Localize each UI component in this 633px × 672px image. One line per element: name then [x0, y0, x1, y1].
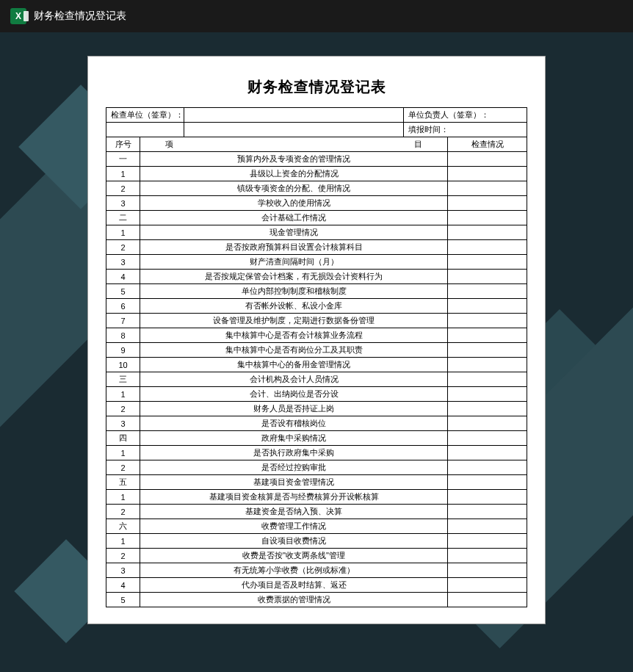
- row-seq: 2: [106, 181, 140, 196]
- table-row: 1县级以上资金的分配情况: [106, 167, 527, 181]
- row-seq: 2: [106, 505, 140, 519]
- row-status[interactable]: [448, 255, 527, 270]
- row-item: 是否按规定保管会计档案，有无损毁会计资料行为: [140, 270, 448, 284]
- table-row: 1会计、出纳岗位是否分设: [106, 387, 527, 402]
- row-status[interactable]: [448, 416, 527, 431]
- row-status[interactable]: [448, 196, 527, 211]
- row-status[interactable]: [448, 225, 527, 240]
- table-row: 五基建项目资金管理情况: [106, 475, 527, 490]
- row-seq: 3: [106, 563, 140, 578]
- row-seq: 五: [106, 475, 140, 490]
- row-item: 会计基础工作情况: [140, 211, 448, 225]
- table-row: 3是否设有稽核岗位: [106, 416, 527, 431]
- table-row: 5收费票据的管理情况: [106, 593, 527, 607]
- row-status[interactable]: [448, 358, 527, 372]
- row-seq: 1: [106, 534, 140, 549]
- registration-table: 检查单位（签章）： 单位负责人（签章）： 填报时间： 序号 项 目 检查情况 一…: [106, 107, 527, 607]
- table-row: 2财务人员是否持证上岗: [106, 402, 527, 416]
- row-seq: 三: [106, 372, 140, 387]
- row-seq: 3: [106, 196, 140, 211]
- row-status[interactable]: [448, 460, 527, 475]
- row-seq: 5: [106, 593, 140, 607]
- row-status[interactable]: [448, 578, 527, 593]
- row-status[interactable]: [448, 211, 527, 225]
- row-status[interactable]: [448, 314, 527, 328]
- table-row: 5单位内部控制制度和稽核制度: [106, 284, 527, 299]
- row-seq: 6: [106, 299, 140, 314]
- table-row: 2镇级专项资金的分配、使用情况: [106, 181, 527, 196]
- inspect-unit-value[interactable]: [184, 108, 404, 123]
- col-status-header: 检查情况: [448, 137, 527, 152]
- row-item: 会计、出纳岗位是否分设: [140, 387, 448, 402]
- row-status[interactable]: [448, 519, 527, 534]
- table-row: 1现金管理情况: [106, 225, 527, 240]
- unit-head-label: 单位负责人（签章）：: [404, 108, 527, 123]
- row-item: 镇级专项资金的分配、使用情况: [140, 181, 448, 196]
- row-item: 基建项目资金管理情况: [140, 475, 448, 490]
- row-seq: 4: [106, 270, 140, 284]
- row-item: 集中核算中心是否有岗位分工及其职责: [140, 343, 448, 358]
- row-status[interactable]: [448, 240, 527, 255]
- table-row: 8集中核算中心是否有会计核算业务流程: [106, 328, 527, 343]
- row-status[interactable]: [448, 534, 527, 549]
- row-status[interactable]: [448, 593, 527, 607]
- row-seq: 3: [106, 416, 140, 431]
- row-status[interactable]: [448, 343, 527, 358]
- table-row: 7设备管理及维护制度，定期进行数据备份管理: [106, 314, 527, 328]
- row-status[interactable]: [448, 270, 527, 284]
- blank-cell: [184, 123, 404, 137]
- table-row: 2是否按政府预算科目设置会计核算科目: [106, 240, 527, 255]
- row-item: 会计机构及会计人员情况: [140, 372, 448, 387]
- row-status[interactable]: [448, 431, 527, 446]
- row-seq: 2: [106, 402, 140, 416]
- row-seq: 1: [106, 446, 140, 460]
- table-row: 1自设项目收费情况: [106, 534, 527, 549]
- row-status[interactable]: [448, 549, 527, 563]
- row-seq: 一: [106, 152, 140, 167]
- window-title: 财务检查情况登记表: [34, 10, 126, 23]
- excel-icon: X: [10, 8, 26, 24]
- row-status[interactable]: [448, 475, 527, 490]
- table-row: 2是否经过控购审批: [106, 460, 527, 475]
- row-status[interactable]: [448, 181, 527, 196]
- row-item: 收费是否按"收支两条线"管理: [140, 549, 448, 563]
- table-row: 二会计基础工作情况: [106, 211, 527, 225]
- row-seq: 2: [106, 549, 140, 563]
- row-seq: 四: [106, 431, 140, 446]
- col-item-header: 项 目: [140, 137, 448, 152]
- row-seq: 1: [106, 225, 140, 240]
- header-row: 序号 项 目 检查情况: [106, 137, 527, 152]
- row-status[interactable]: [448, 490, 527, 505]
- row-item: 有无统筹小学收费（比例或标准）: [140, 563, 448, 578]
- info-row-1: 检查单位（签章）： 单位负责人（签章）：: [106, 108, 527, 123]
- row-item: 集中核算中心的备用金管理情况: [140, 358, 448, 372]
- inspect-unit-label: 检查单位（签章）：: [106, 108, 184, 123]
- row-status[interactable]: [448, 402, 527, 416]
- row-status[interactable]: [448, 284, 527, 299]
- row-status[interactable]: [448, 372, 527, 387]
- row-status[interactable]: [448, 328, 527, 343]
- window-titlebar: X 财务检查情况登记表: [0, 0, 633, 32]
- row-status[interactable]: [448, 299, 527, 314]
- row-status[interactable]: [448, 167, 527, 181]
- row-seq: 1: [106, 167, 140, 181]
- row-seq: 4: [106, 578, 140, 593]
- table-row: 10集中核算中心的备用金管理情况: [106, 358, 527, 372]
- row-item: 学校收入的使用情况: [140, 196, 448, 211]
- row-item: 单位内部控制制度和稽核制度: [140, 284, 448, 299]
- table-row: 1基建项目资金核算是否与经费核算分开设帐核算: [106, 490, 527, 505]
- row-item: 自设项目收费情况: [140, 534, 448, 549]
- table-row: 1是否执行政府集中采购: [106, 446, 527, 460]
- row-item: 收费管理工作情况: [140, 519, 448, 534]
- row-status[interactable]: [448, 387, 527, 402]
- table-row: 9集中核算中心是否有岗位分工及其职责: [106, 343, 527, 358]
- row-status[interactable]: [448, 505, 527, 519]
- row-status[interactable]: [448, 563, 527, 578]
- row-seq: 2: [106, 460, 140, 475]
- row-status[interactable]: [448, 152, 527, 167]
- row-seq: 二: [106, 211, 140, 225]
- row-status[interactable]: [448, 446, 527, 460]
- table-row: 6有否帐外设帐、私设小金库: [106, 299, 527, 314]
- row-seq: 7: [106, 314, 140, 328]
- info-row-2: 填报时间：: [106, 123, 527, 137]
